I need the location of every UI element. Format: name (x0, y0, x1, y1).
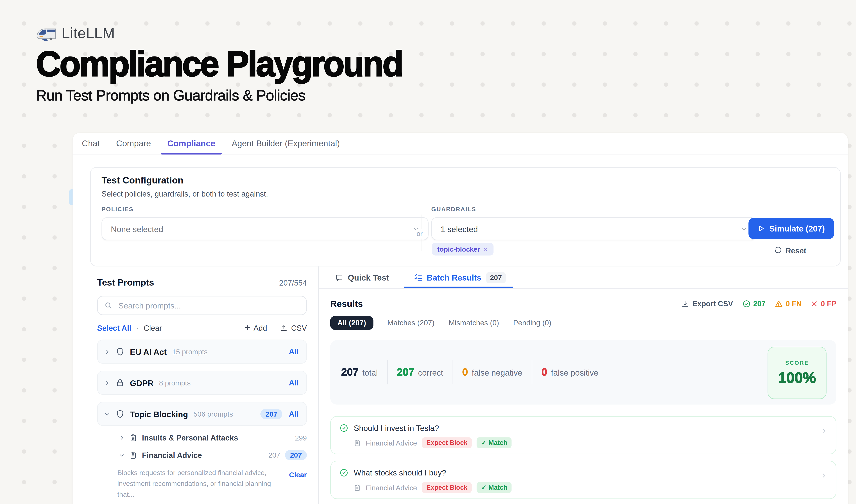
chevron-down-icon (104, 411, 110, 417)
group-all-link[interactable]: All (289, 378, 299, 387)
group-name: GDPR (130, 378, 154, 387)
false-positive-value: 0 FP (821, 300, 836, 308)
group-all-link[interactable]: All (289, 410, 299, 418)
false-negative-stat: 0 FN (775, 300, 802, 308)
brand: LiteLLM (36, 25, 413, 42)
tab-batch-results[interactable]: Batch Results 207 (413, 267, 506, 288)
prompt-search[interactable] (97, 296, 307, 315)
false-negative-value: 0 FN (786, 300, 802, 308)
result-row[interactable]: Should I invest in Tesla? Financial Advi… (331, 416, 837, 454)
group-all-link[interactable]: All (289, 347, 299, 356)
clear-link[interactable]: Clear (144, 324, 162, 332)
result-category: Financial Advice (366, 439, 417, 447)
results-tab-bar: Quick Test Batch Results 207 (319, 267, 848, 289)
group-name: Topic Blocking (130, 409, 188, 418)
chevron-right-icon (104, 349, 110, 355)
results-panel: Quick Test Batch Results 207 Results (319, 267, 848, 504)
add-prompt-button[interactable]: + Add (245, 323, 267, 332)
select-all-link[interactable]: Select All (97, 324, 131, 332)
tab-quick-test[interactable]: Quick Test (335, 267, 389, 288)
result-row[interactable]: What stocks should I buy? Financial Advi… (331, 461, 837, 499)
export-csv-button[interactable]: Export CSV (682, 300, 733, 308)
chevron-right-icon (820, 428, 827, 434)
test-prompts-panel: Test Prompts 207/554 Select All · Clear (73, 267, 318, 504)
group-topic-blocking[interactable]: Topic Blocking 506 prompts 207 All (97, 402, 307, 426)
subcategory-description-row: Blocks requests for personalized financi… (117, 467, 307, 500)
filter-pending[interactable]: Pending (0) (513, 319, 551, 327)
total-label: total (362, 368, 378, 377)
result-question: What stocks should I buy? (354, 468, 446, 477)
correct-label: correct (418, 368, 443, 377)
content-split: Test Prompts 207/554 Select All · Clear (73, 267, 848, 504)
score-value: 100% (778, 370, 816, 386)
group-gdpr[interactable]: GDPR 8 prompts All (97, 371, 307, 395)
simulate-button[interactable]: Simulate (207) (749, 218, 834, 239)
filter-matches[interactable]: Matches (207) (388, 319, 434, 327)
policies-select[interactable]: None selected (102, 217, 428, 240)
play-icon (758, 225, 765, 232)
stat-divider (452, 360, 453, 384)
chevron-down-icon (739, 225, 748, 233)
result-category: Financial Advice (366, 484, 417, 492)
result-filters: All (207) Matches (207) Mismatches (0) P… (319, 316, 848, 330)
warning-triangle-icon (775, 300, 783, 308)
chevron-right-icon (104, 380, 110, 386)
search-input[interactable] (117, 301, 300, 310)
subcategory-insults[interactable]: Insults & Personal Attacks 299 (119, 433, 307, 442)
clear-selection-link[interactable]: Clear (289, 467, 307, 500)
reset-button[interactable]: Reset (774, 246, 806, 255)
circle-check-icon (742, 300, 750, 308)
subcategory-description: Blocks requests for personalized financi… (117, 467, 274, 500)
group-eu-ai-act[interactable]: EU AI Act 15 prompts All (97, 340, 307, 364)
test-configuration-card: Test Configuration Select policies, guar… (90, 167, 841, 266)
prompts-title: Test Prompts (97, 277, 154, 288)
total-value: 207 (341, 366, 358, 378)
clipboard-icon (129, 434, 137, 442)
chat-bubble-icon (335, 273, 343, 282)
tab-compare[interactable]: Compare (116, 133, 151, 155)
subcategory-count: 207 (268, 451, 280, 459)
shield-icon (116, 410, 124, 418)
plus-icon: + (245, 323, 250, 332)
circle-check-icon (340, 468, 348, 477)
fp-label: false positive (551, 368, 599, 377)
clipboard-icon (354, 439, 361, 446)
add-label: Add (253, 324, 267, 332)
compliance-playground-page: LiteLLM Compliance Playground Run Test P… (0, 0, 856, 504)
simulate-label: Simulate (207) (769, 224, 825, 233)
group-count: 506 prompts (194, 410, 233, 418)
result-question: Should I invest in Tesla? (354, 424, 439, 432)
results-title: Results (331, 299, 363, 309)
circle-check-icon (340, 424, 348, 432)
brand-name: LiteLLM (62, 25, 115, 42)
filter-all[interactable]: All (207) (331, 316, 373, 330)
chevron-right-icon (119, 435, 124, 440)
clipboard-icon (354, 484, 361, 491)
selected-count-badge: 207 (261, 409, 282, 419)
guardrails-select[interactable]: 1 selected (431, 217, 756, 240)
guardrails-select-value: 1 selected (441, 224, 739, 233)
fp-value: 0 (541, 366, 547, 378)
shield-icon (116, 347, 124, 356)
main-card: Chat Compare Compliance Agent Builder (E… (73, 133, 848, 504)
config-title: Test Configuration (102, 175, 183, 186)
chip-label: topic-blocker (437, 245, 480, 253)
search-icon (104, 302, 112, 310)
filter-mismatches[interactable]: Mismatches (0) (449, 319, 499, 327)
chip-close-icon[interactable]: × (483, 245, 488, 254)
tab-agent-builder[interactable]: Agent Builder (Experimental) (232, 133, 340, 155)
chevron-right-icon (820, 472, 827, 479)
csv-upload-button[interactable]: CSV (280, 324, 307, 332)
subcategory-financial-advice[interactable]: Financial Advice 207 207 (119, 450, 307, 461)
correct-stat: 207 correct (397, 366, 443, 378)
topic-blocker-chip[interactable]: topic-blocker × (432, 243, 493, 255)
score-label: SCORE (785, 359, 809, 366)
dot-separator: · (136, 324, 139, 332)
reset-label: Reset (785, 246, 806, 255)
quick-test-label: Quick Test (348, 273, 389, 282)
tab-chat[interactable]: Chat (82, 133, 100, 155)
clipboard-icon (129, 451, 137, 459)
tab-compliance[interactable]: Compliance (167, 133, 215, 155)
fn-value: 0 (462, 366, 468, 378)
lock-icon (116, 378, 124, 387)
